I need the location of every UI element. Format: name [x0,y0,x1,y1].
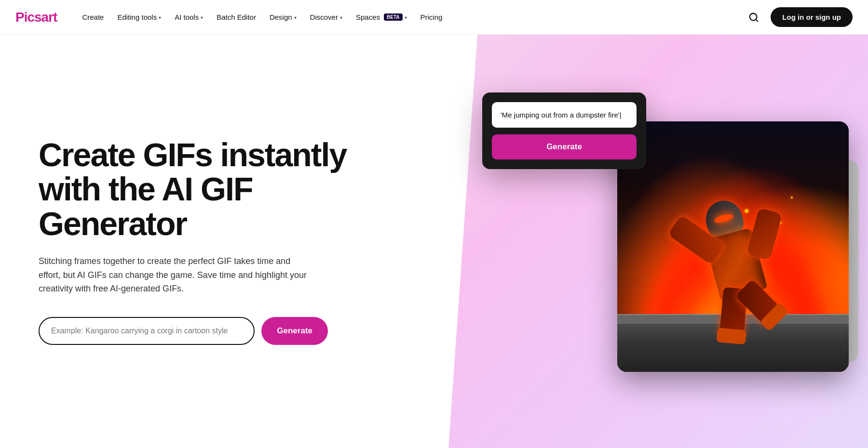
scene-image-card [617,121,849,372]
hero-title: Create GIFs instantly with the AI GIF Ge… [39,138,395,241]
hero-right: 'Me jumping out from a dumpster fire'| G… [434,35,868,448]
hero-input-row: Generate [39,317,328,345]
search-button[interactable] [745,8,763,26]
ai-card-prompt-text: 'Me jumping out from a dumpster fire'| [492,102,637,128]
ai-card-generate-button[interactable]: Generate [492,134,637,159]
chevron-down-icon: ▾ [405,15,407,20]
nav-links: Create Editing tools ▾ AI tools ▾ Batch … [76,9,745,25]
navbar: Picsart Create Editing tools ▾ AI tools … [0,0,868,35]
login-button[interactable]: Log in or sign up [771,7,853,27]
nav-pricing[interactable]: Pricing [415,9,448,25]
spark-4 [791,197,793,198]
logo[interactable]: Picsart [15,10,57,25]
generate-button[interactable]: Generate [261,317,328,345]
prompt-input[interactable] [39,317,255,345]
figure-boot-left [717,328,746,344]
chevron-down-icon: ▾ [340,15,342,20]
nav-design[interactable]: Design ▾ [264,9,302,25]
hero-subtitle: Stitching frames together to create the … [39,254,309,296]
nav-batch-editor[interactable]: Batch Editor [211,9,262,25]
ai-prompt-card: 'Me jumping out from a dumpster fire'| G… [482,92,646,169]
hero-left: Create GIFs instantly with the AI GIF Ge… [0,35,434,448]
beta-badge: BETA [384,13,402,21]
chevron-down-icon: ▾ [159,15,161,20]
chevron-down-icon: ▾ [294,15,297,20]
figure-eye-glow [714,213,734,224]
chevron-down-icon: ▾ [201,15,203,20]
scene-background [617,121,849,372]
svg-line-1 [756,19,758,21]
nav-right: Log in or sign up [745,7,853,27]
nav-discover[interactable]: Discover ▾ [304,9,348,25]
figure-arm-right [746,208,782,261]
nav-editing-tools[interactable]: Editing tools ▾ [111,9,167,25]
search-icon [748,12,759,23]
nav-create[interactable]: Create [76,9,109,25]
nav-spaces[interactable]: Spaces BETA ▾ [350,9,413,25]
nav-ai-tools[interactable]: AI tools ▾ [169,9,209,25]
hero-section: Create GIFs instantly with the AI GIF Ge… [0,35,868,448]
